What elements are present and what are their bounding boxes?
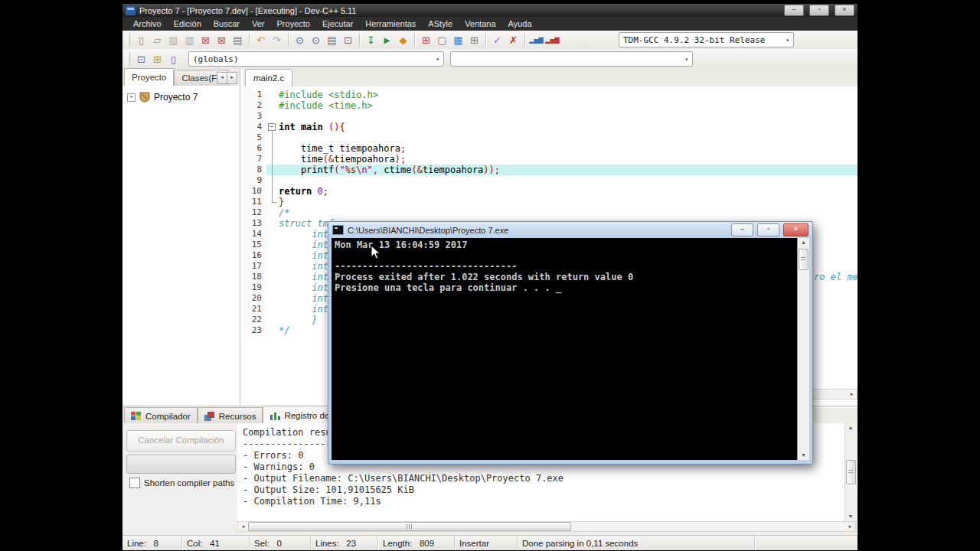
menu-ejecutar[interactable]: Ejecutar [316,17,359,31]
menu-ver[interactable]: Ver [246,17,271,31]
console-minimize-button[interactable]: – [731,223,753,236]
fold-marker-icon [266,154,279,165]
console-restore-button[interactable]: ▫ [757,223,779,236]
rebuild-icon[interactable]: ⊞ [418,32,434,47]
fold-gutter [266,261,279,272]
find-icon[interactable]: ⊙ [292,32,308,47]
menu-ventana[interactable]: Ventana [459,17,501,31]
expand-icon[interactable]: + [127,93,136,102]
undo-icon[interactable]: ↶ [253,32,269,47]
console-output[interactable]: Mon Mar 13 16:04:59 2017----------------… [332,238,797,460]
fold-gutter [266,325,279,336]
fold-gutter [266,272,279,282]
tabs-scroll-right-icon[interactable]: ▸ [227,72,237,84]
code-text: time(&tiempoahora); [279,154,858,165]
line-number: 20 [243,293,266,304]
new-source-icon[interactable]: ▯ [133,32,149,47]
tabs-scroll-left-icon[interactable]: ◂ [217,72,227,84]
log-horizontal-scrollbar[interactable]: ◂ ▸ [237,521,856,532]
new-window-icon[interactable]: ▢ [434,32,450,47]
fold-marker-icon[interactable] [266,122,279,132]
log-vertical-scrollbar[interactable]: ▲ ▼ [844,423,856,521]
compiler-select[interactable]: TDM-GCC 4.9.2 32-bit Release ▾ [619,32,794,47]
scroll-right-icon[interactable]: ▸ [847,390,857,399]
menu-astyle[interactable]: AStyle [422,17,459,31]
restore-button[interactable]: ▫ [809,5,829,16]
scroll-down-icon[interactable]: ▼ [848,512,854,521]
console-close-button[interactable]: × [783,223,808,236]
scrollbar-thumb[interactable] [799,249,808,270]
goto-line-icon[interactable]: ▤ [324,32,340,47]
log-chart-icon [270,411,280,420]
line-number: 11 [243,197,266,207]
window-title: Proyecto 7 - [Proyecto 7.dev] - [Executi… [139,6,779,15]
console-window[interactable]: C:\Users\BIANCHI\Desktop\Proyecto 7.exe … [328,221,813,465]
console-line: Mon Mar 13 16:04:59 2017 [335,240,794,250]
fold-gutter [266,100,279,111]
menu-archivo[interactable]: Archivo [127,17,168,31]
code-line: 9 [243,175,858,186]
scroll-up-icon[interactable]: ▲ [848,423,854,432]
close-file-icon[interactable]: ⊠ [198,32,214,47]
menu-buscar[interactable]: Buscar [207,17,246,31]
line-number: 3 [243,111,266,122]
nav-back-icon[interactable]: ⊡ [133,51,149,67]
view-file-icon[interactable]: ▯ [165,51,181,67]
scrollbar-thumb[interactable] [846,460,856,484]
console-title-bar[interactable]: C:\Users\BIANCHI\Desktop\Proyecto 7.exe … [328,222,812,238]
shorten-paths-checkbox[interactable] [129,478,140,488]
abort-icon[interactable]: ✗ [505,32,521,47]
save-all-icon[interactable]: ▥ [181,32,198,47]
fold-marker-icon [266,165,279,175]
console-body: Mon Mar 13 16:04:59 2017----------------… [332,238,809,460]
minimize-button[interactable]: – [784,5,804,16]
status-segment: Lines: 23 [311,536,378,550]
scroll-right-icon[interactable]: ▸ [845,522,855,531]
compile-icon[interactable]: ↧ [363,32,379,47]
title-bar[interactable]: Proyecto 7 - [Proyecto 7.dev] - [Executi… [122,4,858,17]
open-file-icon[interactable]: ▱ [149,32,165,47]
scrollbar-thumb[interactable] [248,522,571,531]
compile-run-icon[interactable]: ◆ [395,32,411,47]
window-grid-icon[interactable]: ⊞ [466,32,482,47]
code-text: time_t tiempoahora; [279,143,858,154]
editor-tab[interactable]: main2.c [245,69,292,86]
debug-icon[interactable]: ✓ [489,32,505,47]
close-all-icon[interactable]: ⊠ [214,32,230,47]
fold-gutter [266,293,279,304]
scope-select[interactable]: (globals) ▾ [188,51,444,67]
tab-recursos[interactable]: Recursos [198,407,263,424]
redo-icon[interactable]: ↷ [269,32,285,47]
menu-edición[interactable]: Edición [168,17,207,31]
scroll-down-icon[interactable]: ▼ [801,451,806,460]
save-icon[interactable]: ▥ [165,32,181,47]
profile-icon[interactable]: ▂▅▇ [528,32,544,47]
run-icon[interactable]: ► [379,32,395,47]
compiler-grid-icon [131,412,142,421]
status-segment: Sel: 0 [250,536,311,550]
scroll-up-icon[interactable]: ▲ [801,238,806,247]
line-number: 21 [243,304,266,315]
tab-proyecto[interactable]: Proyecto [124,68,174,86]
console-vertical-scrollbar[interactable]: ▲ ▼ [797,238,809,460]
shorten-paths-row[interactable]: Shorten compiler paths [129,478,234,488]
line-number: 2 [243,100,266,111]
delete-profile-icon[interactable]: ▂▅▇ [544,32,560,47]
symbol-select[interactable]: ▾ [450,51,693,67]
toolbar-separator [524,33,525,47]
add-watch-icon[interactable]: ⊞ [149,51,165,67]
swap-header-icon[interactable]: ⊡ [340,32,356,47]
fold-marker-icon [266,197,279,207]
line-number: 7 [243,154,266,165]
tab-compilador[interactable]: Compilador [124,407,198,424]
project-tree-root[interactable]: + Proyecto 7 [127,92,240,103]
menu-ayuda[interactable]: Ayuda [502,17,538,31]
print-icon[interactable]: ▤ [230,32,246,47]
menu-proyecto[interactable]: Proyecto [271,17,316,31]
close-button[interactable]: × [835,5,854,16]
scroll-left-icon[interactable]: ◂ [238,522,248,531]
find-replace-icon[interactable]: ⊙ [308,32,324,47]
project-options-icon[interactable]: ▦ [450,32,466,47]
menu-herramientas[interactable]: Herramientas [359,17,422,31]
cancel-compile-button[interactable]: Cancelar Compilación [126,430,236,452]
